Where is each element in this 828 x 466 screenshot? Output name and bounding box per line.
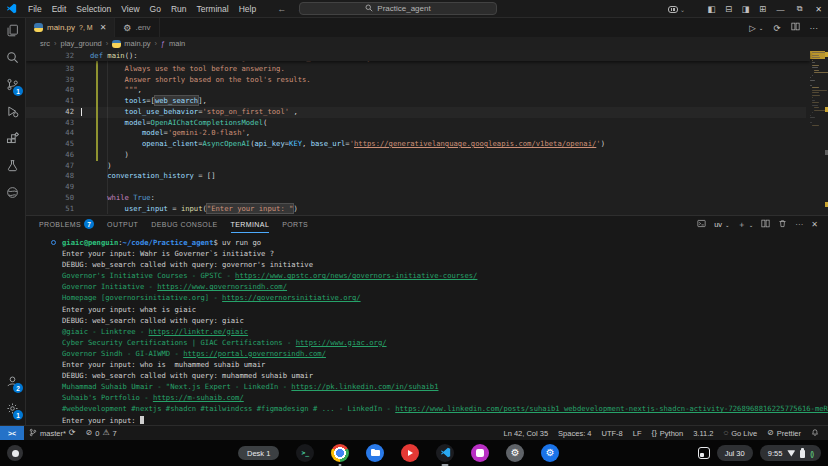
run-button[interactable]: ▷ xyxy=(749,23,756,33)
line-number[interactable]: 43 xyxy=(26,118,74,129)
more-actions-icon[interactable]: ··· xyxy=(810,23,819,33)
customize-layout-icon[interactable]: ⊞ xyxy=(754,4,771,14)
line-number[interactable]: 49 xyxy=(26,182,74,193)
toggle-primary-sidebar-icon[interactable]: ◧ xyxy=(703,4,720,14)
terminal-output[interactable]: giaic@penguin:~/code/Practice_agent$ uv … xyxy=(26,233,828,425)
sync-icon[interactable]: ⟳ xyxy=(69,429,76,437)
python-version-status[interactable]: 3.11.2 xyxy=(688,429,718,438)
split-editor-icon[interactable] xyxy=(791,22,800,33)
breadcrumb-item-play_ground[interactable]: play_ground xyxy=(61,39,102,48)
shelf-app-purple-app[interactable] xyxy=(471,444,489,462)
split-terminal-icon[interactable] xyxy=(761,219,770,230)
code-line-45[interactable]: 45openai_client=AsyncOpenAI(api_key=KEY,… xyxy=(26,139,806,150)
code-line-41[interactable]: 41tools=[web_search], xyxy=(26,96,806,107)
menu-file[interactable]: File xyxy=(23,2,47,16)
activity-item-run-debug[interactable] xyxy=(0,99,25,126)
line-number[interactable]: 39 xyxy=(26,75,74,86)
open-changes-icon[interactable]: ⟳ xyxy=(773,23,780,33)
panel-tab-problems[interactable]: PROBLEMS7 xyxy=(39,216,94,233)
activity-item-browser-preview[interactable] xyxy=(0,180,25,207)
shelf-app-chrome[interactable] xyxy=(331,444,349,462)
shelf-app-settings-blue[interactable]: ⚙ xyxy=(541,444,559,462)
line-number[interactable]: 40 xyxy=(26,85,74,96)
line-number[interactable]: 42 xyxy=(26,107,74,118)
terminal-link[interactable]: https://pk.linkedin.com/in/suhaib1 xyxy=(291,382,438,391)
panel-tab-debug-console[interactable]: DEBUG CONSOLE xyxy=(151,216,217,233)
line-number[interactable]: 47 xyxy=(26,161,74,172)
terminal-link[interactable]: https://m-suhaib.com/ xyxy=(153,393,244,402)
language-status[interactable]: {} Python xyxy=(646,429,688,438)
restore-button[interactable]: ⧉ xyxy=(790,4,809,14)
line-number[interactable]: 48 xyxy=(26,171,74,182)
breadcrumb-item-main[interactable]: main xyxy=(169,39,185,48)
run-chevron-down-icon[interactable]: ⌄ xyxy=(759,25,764,31)
new-terminal-chevron-icon[interactable]: ⌄ xyxy=(749,222,754,228)
indent-status[interactable]: Spaces: 4 xyxy=(553,429,596,438)
breadcrumb-item-main.py[interactable]: main.py xyxy=(124,39,150,48)
profile-chevron-down-icon[interactable]: ⌄ xyxy=(725,222,730,228)
toggle-secondary-sidebar-icon[interactable]: ◨ xyxy=(737,4,754,14)
back-icon[interactable]: ← xyxy=(277,4,286,14)
line-number[interactable]: 38 xyxy=(26,64,74,75)
shelf-app-vscode[interactable] xyxy=(436,444,454,462)
desk-button[interactable]: Desk 1 xyxy=(238,446,279,460)
activity-item-accounts[interactable]: 2 xyxy=(0,369,25,396)
terminal-link[interactable]: https://www.linkedin.com/posts/suhaib1_w… xyxy=(395,404,828,413)
go-live-status[interactable]: ◌ Go Live xyxy=(718,429,762,438)
code-line-40[interactable]: 40""", xyxy=(26,85,806,96)
eol-status[interactable]: LF xyxy=(628,429,647,438)
line-col-status[interactable]: Ln 42, Col 35 xyxy=(498,429,553,438)
breadcrumb-item-src[interactable]: src xyxy=(40,39,50,48)
panel-tab-terminal[interactable]: TERMINAL xyxy=(231,216,270,233)
menu-view[interactable]: View xyxy=(116,2,144,16)
terminal-profile-icon[interactable] xyxy=(697,219,706,230)
activity-item-source-control[interactable]: 1 xyxy=(0,72,25,99)
code-line-49[interactable]: 49 xyxy=(26,182,806,193)
branch-status[interactable]: master* ⟳ xyxy=(24,426,81,440)
activity-item-extensions[interactable] xyxy=(0,126,25,153)
menu-go[interactable]: Go xyxy=(145,2,166,16)
code-line-43[interactable]: 43model=OpenAIChatCompletionsModel( xyxy=(26,118,806,129)
shelf-app-files[interactable] xyxy=(366,444,384,462)
line-number[interactable]: 46 xyxy=(26,150,74,161)
command-center-search[interactable]: Practice_agent xyxy=(299,2,497,15)
problems-status[interactable]: ⊘ 0 ⚠ 7 xyxy=(81,426,122,440)
shelf-app-youtube[interactable] xyxy=(401,444,419,462)
code-line-51[interactable]: 51user_input = input("Enter your input: … xyxy=(26,204,806,215)
code-editor[interactable]: 37You can search the web using the tool … xyxy=(26,50,828,215)
date-pill[interactable]: Jul 30 xyxy=(717,445,753,461)
encoding-status[interactable]: UTF-8 xyxy=(596,429,627,438)
line-number[interactable]: 44 xyxy=(26,128,74,139)
code-line-38[interactable]: 38Always use the tool before answering. xyxy=(26,64,806,75)
status-tray[interactable]: 9:55 () xyxy=(760,445,821,461)
code-line-47[interactable]: 47) xyxy=(26,161,806,172)
terminal-link[interactable]: https://www.gpstc.org/news/governors-ini… xyxy=(235,271,477,280)
menu-selection[interactable]: Selection xyxy=(71,2,116,16)
activity-item-explorer[interactable] xyxy=(0,18,25,45)
screen-capture-icon[interactable] xyxy=(698,447,710,459)
activity-item-testing[interactable] xyxy=(0,153,25,180)
toggle-panel-icon[interactable]: ⊟ xyxy=(720,4,737,14)
kill-terminal-icon[interactable] xyxy=(778,219,787,230)
panel-tab-output[interactable]: OUTPUT xyxy=(107,216,138,233)
sticky-scroll-line[interactable]: 32def main(): xyxy=(26,50,810,61)
code-line-39[interactable]: 39Answer shortly based on the tool's res… xyxy=(26,75,806,86)
launcher-button[interactable] xyxy=(7,445,23,461)
terminal-link[interactable]: https://governorsinitiative.org/ xyxy=(222,293,360,302)
activity-item-search[interactable] xyxy=(0,45,25,72)
menu-run[interactable]: Run xyxy=(166,2,192,16)
notifications-button[interactable] xyxy=(806,428,824,439)
terminal-link[interactable]: https://www.governorsindh.com/ xyxy=(157,282,287,291)
close-icon[interactable]: ✕ xyxy=(100,23,107,32)
tab-env[interactable]: ⚙.env xyxy=(115,18,159,37)
minimap[interactable] xyxy=(808,50,824,215)
terminal-link[interactable]: https://linktr.ee/giaic xyxy=(149,327,249,336)
terminal-link[interactable]: https://portal.governorsindh.com/ xyxy=(183,349,326,358)
terminal-link[interactable]: https://www.giac.org/ xyxy=(296,338,387,347)
line-number[interactable]: 51 xyxy=(26,204,74,215)
line-number[interactable]: 41 xyxy=(26,96,74,107)
line-number[interactable]: 45 xyxy=(26,139,74,150)
new-terminal-button[interactable]: ＋ xyxy=(738,219,746,230)
command-decoration-icon[interactable] xyxy=(51,240,56,245)
line-number[interactable]: 50 xyxy=(26,193,74,204)
